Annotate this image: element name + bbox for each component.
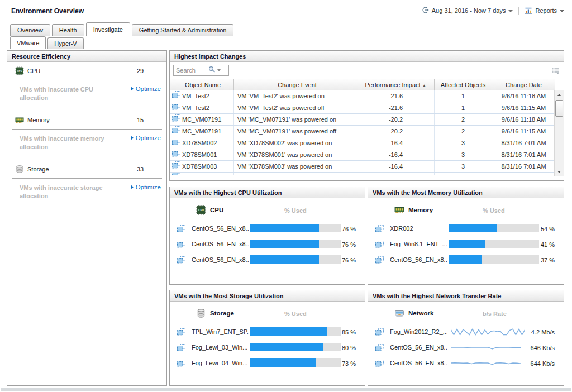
vm-name[interactable]: CentOS_56_EN_x8...: [192, 241, 249, 247]
change-date: 8/31/16 7:01 AM: [492, 161, 555, 172]
column-header-change-date[interactable]: Change Date: [492, 79, 555, 90]
table-row[interactable]: VM_Test2 VM 'VM_Test2' was powered on -2…: [170, 90, 555, 102]
window-bottom-edge: [1, 388, 571, 391]
search-options-caret-icon[interactable]: [217, 69, 221, 71]
vm-name[interactable]: CentOS_56_EN_x8...: [390, 360, 447, 366]
vm-name[interactable]: CentOS_56_EN_x8...: [390, 256, 447, 263]
vm-icon: [172, 173, 180, 175]
cpu-utilization-panel: VMs with the Highest CPU Utilization CPU…: [169, 187, 365, 285]
table-row[interactable]: MC_VM07191 VM 'MC_VM07191' was powered o…: [170, 114, 555, 126]
cpu-usage-bar: [250, 255, 341, 264]
cpu-icon: CPU: [196, 205, 206, 217]
subtab-vmware[interactable]: VMware: [10, 36, 46, 49]
column-header-performance-impact[interactable]: Performance Impact▲: [358, 79, 435, 90]
vm-name[interactable]: Fog_Win8.1_ENT_...: [390, 241, 447, 247]
change-date: 9/6/16 11:18 AM: [492, 90, 555, 102]
vm-name[interactable]: TPL_Win7_ENT_SP...: [192, 328, 249, 335]
vm-name[interactable]: CentOS_56_EN_x8...: [192, 256, 249, 263]
scroll-up-icon[interactable]: [555, 90, 564, 99]
optimize-storage-link[interactable]: Optimize: [131, 184, 161, 190]
search-icon[interactable]: [208, 65, 216, 75]
svg-text:CPU: CPU: [17, 70, 22, 73]
optimize-arrow-icon: [131, 136, 134, 140]
vm-name[interactable]: XDR002: [390, 225, 447, 232]
tab-overview[interactable]: Overview: [10, 24, 50, 36]
vm-name[interactable]: CentOS_56_EN_x8...: [390, 344, 447, 351]
tab-investigate[interactable]: Investigate: [86, 22, 130, 36]
table-scrollbar[interactable]: [554, 90, 564, 176]
change-date: 9/6/16 11:18 AM: [492, 114, 555, 125]
object-name[interactable]: XD78SM001: [182, 149, 217, 160]
vm-icon: [177, 343, 185, 353]
usage-value: 76 %: [342, 257, 356, 264]
resource-note-row-storage: VMs with inaccurate storage allocation O…: [7, 179, 166, 209]
resource-metric-label: Storage: [27, 166, 49, 173]
scroll-down-icon[interactable]: [555, 168, 564, 176]
resource-metric-value[interactable]: 29: [137, 68, 144, 74]
optimize-memory-link[interactable]: Optimize: [131, 135, 161, 141]
affected-objects: 3: [435, 137, 492, 149]
usage-value: 76 %: [342, 226, 356, 232]
transfer-rate-value: 4.2 Mb/s: [531, 329, 555, 336]
tab-health[interactable]: Health: [52, 24, 84, 36]
scrollbar-thumb[interactable]: [555, 100, 563, 117]
object-name[interactable]: MC_VM07191: [182, 114, 221, 125]
storage-icon: [15, 165, 24, 176]
resource-metric-label: CPU: [27, 68, 40, 74]
panel-title: Resource Efficiency: [7, 51, 166, 62]
metric-header-row: Network b/s Rate: [368, 308, 564, 319]
table-customizer-icon[interactable]: [552, 66, 560, 77]
object-name[interactable]: XD78SM003: [182, 161, 217, 172]
change-date: 8/31/16 7:01 AM: [492, 149, 555, 160]
object-name[interactable]: VM_Test2: [182, 90, 209, 102]
table-row[interactable]: XD78SM003 VM 'XD78SM003' was powered on …: [170, 161, 555, 173]
affected-objects: 1: [435, 102, 492, 113]
performance-impact: -20.2: [358, 126, 435, 137]
resource-note-row-memory: VMs with inaccurate memory allocation Op…: [7, 130, 166, 160]
resource-note-row-cpu: VMs with inaccurate CPU allocation Optim…: [7, 80, 166, 111]
column-header-object-name[interactable]: Object Name: [170, 79, 234, 90]
table-row[interactable]: VM_Test2 VM 'VM_Test2' was powered off -…: [170, 102, 555, 114]
timerange-caret-icon[interactable]: [508, 10, 513, 12]
object-name[interactable]: MC_VM07191: [182, 126, 221, 137]
vm-icon: [375, 240, 384, 250]
change-event: VM 'MC_VM07191' was powered on: [234, 114, 358, 125]
tab-getting-started[interactable]: Getting Started & Administration: [132, 24, 234, 36]
metric-unit-label: % Used: [284, 310, 307, 317]
memory-utilization-panel: VMs with the Most Memory Utilization Mem…: [368, 187, 564, 285]
resource-metric-value[interactable]: 33: [137, 166, 144, 173]
vm-name[interactable]: Fog_Win2012_R2_...: [390, 328, 447, 335]
reports-caret-icon[interactable]: [560, 10, 564, 12]
table-row[interactable]: XD78SM001 VM 'XD78SM001' was powered on …: [170, 149, 555, 161]
change-event: VM 'XD78SM003' was powered on: [234, 161, 358, 172]
performance-impact: -21.6: [358, 90, 435, 102]
utilization-row: TPL_Win7_ENT_SP... 85 %: [170, 324, 365, 340]
vm-name[interactable]: Fog_Lewi_03_Win...: [192, 344, 249, 351]
object-name[interactable]: VM_Test2: [182, 102, 209, 113]
object-name[interactable]: XD78SM002: [182, 137, 217, 149]
transfer-rate-value: 644 Kb/s: [531, 360, 555, 367]
change-event: VM 'XD78SM002' was powered on: [234, 137, 358, 149]
memory-usage-bar: [449, 240, 539, 248]
table-row[interactable]: MC_VM07191 VM 'MC_VM07191' was powered o…: [170, 126, 555, 137]
reports-button[interactable]: Reports: [535, 7, 557, 14]
vm-name[interactable]: Fog_Lewi_04_Win...: [192, 360, 249, 366]
usage-value: 41 %: [541, 241, 555, 248]
storage-usage-bar: [250, 327, 341, 336]
column-header-affected-objects[interactable]: Affected Objects: [435, 79, 492, 90]
resource-metric-label: Memory: [27, 117, 50, 123]
vm-icon: [375, 343, 384, 353]
timerange-selector[interactable]: Aug 31, 2016 - Now 7 days: [432, 7, 506, 14]
search-input[interactable]: [174, 67, 208, 74]
table-row[interactable]: XD78SM002 VM 'XD78SM002' was powered on …: [170, 137, 555, 149]
svg-text:CPU: CPU: [198, 209, 204, 212]
metric-unit-label: % Used: [284, 207, 307, 214]
subtab-hyperv[interactable]: Hyper-V: [47, 37, 83, 49]
utilization-row: Fog_Lewi_03_Win... 80 %: [170, 340, 365, 355]
optimize-cpu-link[interactable]: Optimize: [131, 85, 161, 92]
column-header-change-event[interactable]: Change Event: [234, 79, 358, 90]
resource-metric-value[interactable]: 15: [137, 117, 144, 123]
affected-objects: 1: [435, 90, 492, 102]
vm-name[interactable]: CentOS_56_EN_x8...: [192, 225, 249, 232]
memory-usage-bar: [449, 255, 539, 264]
